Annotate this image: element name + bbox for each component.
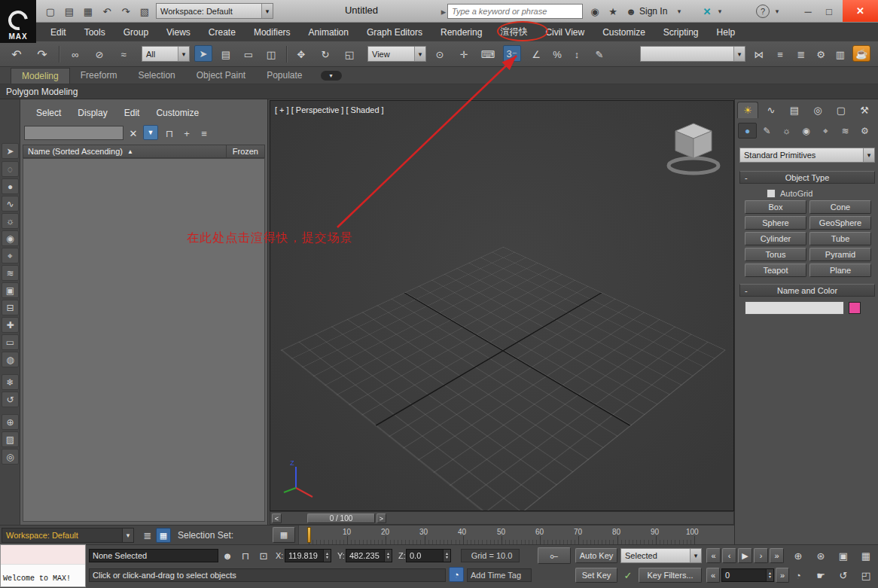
create-sphere-button[interactable]: Sphere: [745, 216, 806, 230]
bind-to-space-warp-icon[interactable]: ≈: [114, 46, 133, 62]
play-animation-button[interactable]: ▶: [738, 548, 752, 563]
macro-recorder-pane[interactable]: [1, 545, 85, 565]
explorer-display-bones-icon[interactable]: ✚: [2, 317, 19, 333]
set-key-button[interactable]: Set Key: [575, 568, 617, 583]
edit-named-selection-sets-icon[interactable]: ✎: [590, 46, 608, 62]
zoom-icon[interactable]: ⊕: [789, 547, 807, 564]
explorer-display-lights-icon[interactable]: ☼: [2, 213, 19, 229]
find-filter-icon[interactable]: ▼: [143, 125, 158, 140]
select-and-move-icon[interactable]: ✥: [292, 46, 310, 62]
explorer-display-spacewarps-icon[interactable]: ≋: [2, 265, 19, 281]
redo-toolbar-icon[interactable]: ↷: [33, 46, 51, 62]
previous-frame-button[interactable]: ‹: [722, 548, 736, 563]
lock-selection-icon[interactable]: ⊓: [238, 547, 253, 564]
menu-help[interactable]: Help: [708, 23, 745, 41]
explorer-display-groups-icon[interactable]: ▣: [2, 282, 19, 298]
spin-down-icon[interactable]: ▾: [326, 556, 328, 559]
menu-graph-editors[interactable]: Graph Editors: [358, 23, 431, 41]
named-selection-sets-dropdown[interactable]: ▾: [640, 46, 745, 62]
orbit-icon[interactable]: ↺: [834, 567, 852, 583]
track-bar-ruler[interactable]: 10 20 30 40 50 60 70 80 90 100: [298, 526, 734, 545]
create-teapot-button[interactable]: Teapot: [745, 264, 806, 277]
ribbon-tab-freeform[interactable]: Freeform: [70, 68, 128, 83]
open-file-icon[interactable]: ▤: [61, 3, 78, 20]
mini-curve-editor-button[interactable]: ▦: [273, 527, 295, 543]
ribbon-tab-object-paint[interactable]: Object Paint: [186, 68, 256, 83]
explorer-hidden-icon[interactable]: ▨: [2, 431, 19, 447]
next-key-button[interactable]: »: [776, 568, 789, 583]
explorer-list-menu-icon[interactable]: ≡: [197, 125, 212, 142]
pan-hand-icon[interactable]: ☛: [812, 567, 830, 583]
create-torus-button[interactable]: Torus: [745, 248, 806, 261]
workspace-selector[interactable]: Workspace: Default ▾: [156, 3, 273, 19]
help-caret-icon[interactable]: ▾: [773, 3, 782, 20]
select-and-scale-icon[interactable]: ◱: [340, 46, 358, 62]
window-crossing-icon[interactable]: ◫: [262, 46, 280, 62]
chevron-down-icon[interactable]: ▾: [122, 529, 133, 542]
app-logo[interactable]: MAX: [0, 0, 36, 43]
category-helpers-icon[interactable]: ⌖: [816, 123, 835, 139]
window-close-button[interactable]: ✕: [843, 0, 878, 22]
ribbon-tab-selection[interactable]: Selection: [127, 68, 185, 83]
explorer-search-input[interactable]: [24, 126, 123, 140]
viewcube[interactable]: [663, 117, 724, 181]
explorer-display-frozen-icon[interactable]: ❄: [2, 374, 19, 390]
explorer-display-xrefs-icon[interactable]: ⊟: [2, 300, 19, 315]
create-plane-button[interactable]: Plane: [809, 264, 871, 277]
frozen-column-header[interactable]: Frozen: [226, 145, 264, 157]
spinner-icon[interactable]: ▴▾: [384, 550, 392, 562]
time-slider-prev-button[interactable]: <: [272, 513, 282, 523]
signin-label[interactable]: Sign In: [639, 6, 667, 17]
menu-modifiers[interactable]: Modifiers: [245, 23, 300, 41]
x-coordinate-field[interactable]: 119.819 ▴▾: [285, 549, 331, 562]
use-pivot-center-icon[interactable]: ⊙: [431, 46, 449, 62]
set-keys-big-button[interactable]: ⟜: [538, 547, 571, 564]
previous-key-button[interactable]: «: [706, 568, 720, 583]
explorer-object-list[interactable]: [23, 158, 265, 522]
go-to-end-button[interactable]: »: [770, 548, 784, 563]
chevron-down-icon[interactable]: ▾: [414, 47, 425, 61]
spin-down-icon[interactable]: ▾: [769, 575, 771, 579]
zoom-all-icon[interactable]: ⊛: [812, 547, 830, 564]
key-mode-dropdown[interactable]: Selected ▾: [620, 548, 702, 563]
ribbon-panel-title[interactable]: Polygon Modeling: [0, 87, 78, 97]
manage-layers-icon[interactable]: ≣: [139, 527, 157, 544]
viewport-label[interactable]: [ + ] [ Perspective ] [ Shaded ]: [275, 105, 384, 114]
signin-person-icon[interactable]: ☻: [623, 3, 639, 20]
category-cameras-icon[interactable]: ◉: [797, 123, 816, 139]
snaps-toggle-icon[interactable]: 3⌒: [503, 45, 521, 62]
infocenter-search-input[interactable]: [447, 4, 583, 19]
spinner-icon[interactable]: ▴▾: [323, 550, 331, 562]
isolate-selection-icon[interactable]: ☻: [220, 547, 235, 564]
percent-snap-icon[interactable]: %: [548, 46, 566, 62]
time-slider-handle[interactable]: 0 / 100: [307, 513, 375, 523]
explorer-sync-selection-icon[interactable]: ↺: [2, 391, 19, 407]
ribbon-tab-populate[interactable]: Populate: [256, 68, 312, 83]
ribbon-minimize-toggle[interactable]: ▾: [321, 71, 342, 81]
spin-down-icon[interactable]: ▾: [387, 556, 389, 559]
rectangular-selection-region-icon[interactable]: ▭: [239, 46, 258, 62]
autogrid-checkbox[interactable]: [767, 189, 776, 198]
workspace-bottom-selector[interactable]: Workspace: Default ▾: [2, 528, 134, 543]
z-coordinate-field[interactable]: 0.0 ▴▾: [406, 549, 451, 562]
undo-icon[interactable]: ↶: [99, 3, 115, 20]
explorer-menu-customize[interactable]: Customize: [148, 104, 207, 122]
menu-scripting[interactable]: Scripting: [654, 23, 708, 41]
explorer-display-containers-icon[interactable]: ▭: [2, 334, 19, 350]
next-frame-button[interactable]: ›: [754, 548, 768, 563]
tab-motion-icon[interactable]: ◎: [807, 102, 828, 118]
chevron-down-icon[interactable]: ▾: [733, 47, 745, 61]
exchange-apps-icon[interactable]: ✕: [699, 3, 715, 20]
create-cone-button[interactable]: Cone: [809, 200, 871, 214]
go-to-start-button[interactable]: «: [706, 548, 721, 563]
menu-create[interactable]: Create: [200, 23, 245, 41]
tab-create-icon[interactable]: ☀: [737, 102, 758, 118]
maxscript-mini-listener[interactable]: Welcome to MAX!: [0, 544, 86, 587]
select-and-rotate-icon[interactable]: ↻: [316, 46, 334, 62]
auto-key-button[interactable]: Auto Key: [575, 548, 617, 563]
explorer-display-none-icon[interactable]: ◌: [2, 161, 19, 177]
signin-caret-icon[interactable]: ▾: [675, 3, 684, 20]
render-setup-icon[interactable]: ⚙: [812, 46, 830, 62]
rollout-collapse-icon[interactable]: -: [745, 173, 748, 182]
spinner-icon[interactable]: ▴▾: [766, 569, 773, 581]
